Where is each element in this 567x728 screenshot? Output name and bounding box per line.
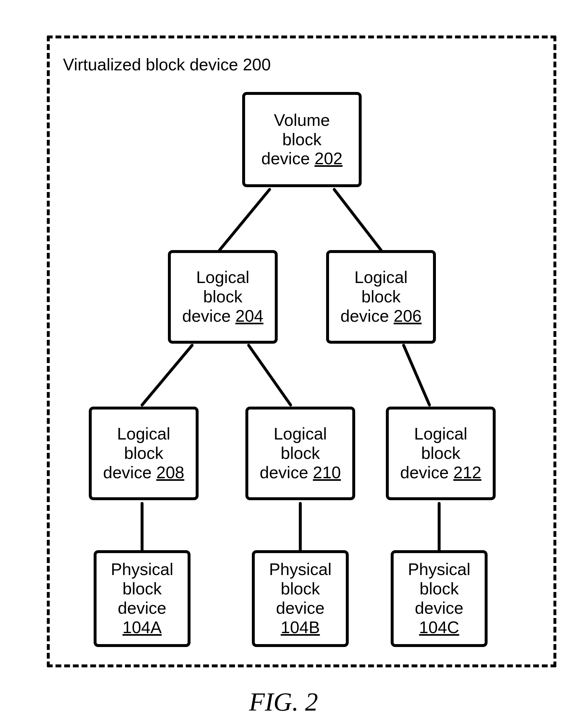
svg-line-3 bbox=[248, 345, 291, 405]
svg-line-4 bbox=[404, 345, 430, 405]
logical-block-device-208: Logical block device 208 bbox=[89, 407, 198, 500]
physical-block-device-104b: Physical block device 104B bbox=[252, 550, 349, 647]
svg-line-2 bbox=[142, 345, 192, 405]
logical-block-device-212: Logical block device 212 bbox=[386, 407, 496, 500]
node-line2: block bbox=[282, 130, 321, 149]
physical-block-device-104c: Physical block device 104C bbox=[391, 550, 488, 647]
svg-line-1 bbox=[334, 189, 381, 250]
logical-block-device-204: Logical block device 204 bbox=[168, 250, 278, 344]
logical-block-device-210: Logical block device 210 bbox=[245, 407, 355, 500]
svg-line-0 bbox=[219, 189, 269, 250]
diagram-canvas: Virtualized block device 200 Volume bloc… bbox=[0, 0, 567, 728]
node-line3: device 202 bbox=[261, 149, 343, 168]
figure-caption: FIG. 2 bbox=[0, 687, 567, 717]
node-ref: 202 bbox=[315, 149, 343, 168]
node-line1: Volume bbox=[274, 111, 330, 130]
volume-block-device-202: Volume block device 202 bbox=[242, 92, 362, 187]
physical-block-device-104a: Physical block device 104A bbox=[94, 550, 190, 647]
logical-block-device-206: Logical block device 206 bbox=[326, 250, 436, 344]
